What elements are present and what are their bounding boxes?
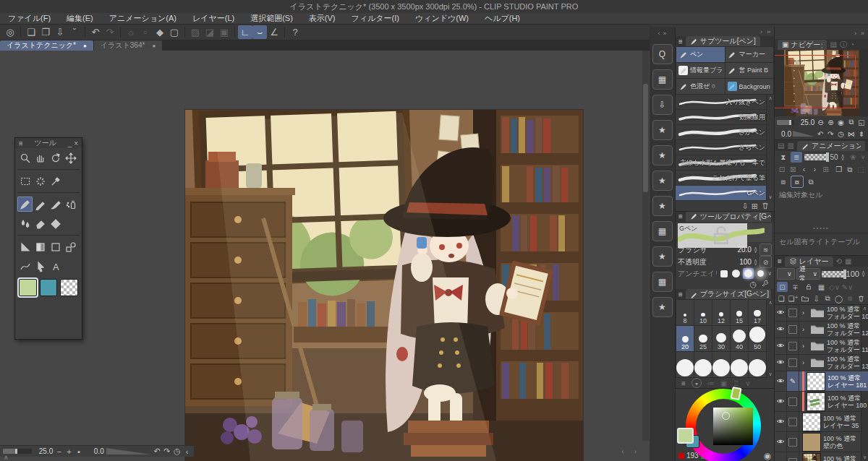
menu-item-3[interactable]: レイヤー(L)	[184, 13, 242, 24]
minimize-icon[interactable]: _	[68, 139, 72, 147]
selection-fade-icon[interactable]: ▣	[217, 25, 231, 39]
edit-target-icon[interactable]: ⧇	[791, 176, 803, 187]
eye-icon[interactable]	[776, 417, 785, 427]
brush-item-3[interactable]: さらペン	[676, 140, 774, 155]
curve-ruler-tool-icon[interactable]	[17, 259, 33, 274]
sub-color-swatch[interactable]	[40, 279, 58, 296]
menu-item-8[interactable]: ヘルプ(H)	[477, 13, 528, 24]
eraser-tool-icon[interactable]	[33, 216, 48, 231]
layer-thumbnail[interactable]	[802, 433, 821, 452]
hue-selector[interactable]	[730, 387, 741, 400]
navigator-thumbnail[interactable]	[775, 50, 868, 116]
layer-visibility-cell[interactable]	[775, 412, 787, 431]
aa-none-option[interactable]	[718, 268, 729, 279]
layer-checkbox[interactable]	[788, 342, 797, 350]
layer-check-cell[interactable]	[787, 452, 799, 461]
chevron-down-icon[interactable]: ∨	[745, 379, 750, 387]
next-cel-icon[interactable]: ›	[810, 164, 819, 175]
create-mask-icon[interactable]: ◯	[834, 293, 843, 303]
selection-launcher-icon[interactable]: ▨	[188, 25, 203, 39]
brush-size-50[interactable]: 50	[749, 326, 766, 351]
chevron-down-icon[interactable]: ∨	[767, 270, 772, 277]
nav-rotate-slider[interactable]	[793, 131, 814, 137]
onion-skin-icon[interactable]: ≣	[791, 152, 801, 163]
undo-icon[interactable]: ↶	[88, 25, 103, 39]
zoom-in-button[interactable]: +	[65, 447, 73, 456]
menu-item-7[interactable]: ウィンドウ(W)	[407, 13, 477, 24]
open-cel-folder-icon[interactable]: ❐	[835, 164, 843, 175]
layer-check-cell[interactable]	[787, 355, 799, 371]
nav-rotate-cw-icon[interactable]: ↷	[826, 129, 835, 139]
transparent-color-swatch[interactable]	[60, 279, 78, 296]
snap-ruler-icon[interactable]: ∟	[238, 25, 252, 39]
scroll-up-arrow[interactable]: ∧	[4, 454, 9, 461]
nav-fit-height-icon[interactable]: ⇟	[857, 129, 866, 139]
layer-row-色ラフ[interactable]: 100 % 通常色ラフ	[775, 452, 868, 461]
new-raster-layer-icon[interactable]: ❏	[777, 293, 786, 303]
favorite-materials-3-icon[interactable]: ★	[652, 171, 673, 191]
layer-checkbox[interactable]	[788, 438, 797, 447]
brush-size-40[interactable]: 40	[731, 326, 748, 351]
eye-icon[interactable]	[776, 308, 785, 318]
panel-menu-icon[interactable]: ≡	[778, 257, 782, 265]
rotate-ccw-button[interactable]: ↶	[153, 447, 161, 456]
add-subtool-icon[interactable]: ⊞	[752, 202, 758, 211]
dock-expand-icon[interactable]: »	[663, 30, 666, 37]
canvas-hscroll-arrows[interactable]: ‹ ›	[622, 448, 642, 455]
pen-tool-icon[interactable]	[17, 197, 33, 212]
blend-mode-combo[interactable]: 通常 ∨	[796, 268, 820, 280]
brush-item-1[interactable]: 効果線用	[676, 110, 774, 125]
layer-opacity-slider[interactable]	[822, 271, 844, 277]
onion-prev-icon[interactable]: ⧗	[778, 152, 788, 163]
expand-arrow-icon[interactable]: ›	[802, 309, 808, 316]
material-tab-icon[interactable]: ◔	[850, 40, 854, 48]
panel-arrow-icon[interactable]: ›	[854, 30, 856, 37]
aa-middle-option[interactable]	[743, 268, 754, 279]
layer-thumbnail[interactable]	[807, 372, 825, 391]
aa-weak-option[interactable]	[731, 268, 741, 279]
copy-cel-icon[interactable]: ⧉	[805, 176, 817, 187]
expand-arrow-icon[interactable]: ›	[802, 359, 808, 366]
panel-menu-icon[interactable]: ≡	[678, 212, 683, 220]
save-file-icon[interactable]: ⇩	[53, 25, 67, 39]
layer-visibility-cell[interactable]	[775, 452, 787, 461]
fill-tool-icon[interactable]	[48, 216, 63, 231]
canvas-vertical-scrollbar[interactable]	[642, 51, 649, 441]
panel-arrows-icon[interactable]: »	[767, 28, 770, 35]
opacity-stepper[interactable]: ∧∨	[754, 259, 757, 265]
layer-row-body[interactable]: 100 % 通常壁の色	[799, 432, 868, 452]
cel-select-icon[interactable]: ⊡	[778, 164, 786, 175]
menu-item-4[interactable]: 選択範囲(S)	[242, 13, 301, 24]
lock-icon[interactable]	[678, 223, 765, 248]
layer-row-フォルダー 11[interactable]: ›100 % 通常フォルダー 11	[775, 338, 868, 355]
wrench-icon[interactable]	[761, 280, 770, 288]
tool-property-panel-tab[interactable]: ≡ ツールプロパティ[Gペン]	[676, 212, 774, 222]
layer-row-レイヤー 35[interactable]: 100 % 通常レイヤー 35	[775, 412, 868, 432]
eye-icon[interactable]	[776, 397, 785, 407]
color-mode-icon[interactable]: ◉	[764, 451, 771, 461]
delete-layer-icon[interactable]	[856, 293, 866, 303]
view-rectangle[interactable]	[775, 55, 856, 108]
cel-tab-icon[interactable]: ▥	[787, 142, 793, 150]
airbrush-tool-icon[interactable]	[63, 197, 78, 212]
nav-reset-rotate-icon[interactable]: ◷	[836, 129, 845, 139]
aa-strong-option[interactable]	[755, 268, 766, 279]
brush-size-20[interactable]: 20	[676, 326, 694, 351]
brush-size-panel-tab[interactable]: ≡ ブラシサイズ[Gペン]	[676, 289, 774, 299]
nav-flip-horizontal-icon[interactable]: ⋈	[847, 129, 856, 139]
brush-size-15[interactable]: 15	[731, 300, 748, 325]
brush-size-30[interactable]: 30	[712, 326, 730, 351]
subtool-item-0[interactable]: ペン	[676, 47, 725, 62]
timeline-tab-icon[interactable]: ▤	[778, 142, 784, 150]
menu-item-0[interactable]: ファイル(F)	[0, 13, 59, 24]
merge-with-lower-icon[interactable]: ⧉	[823, 293, 833, 303]
panel-menu-icon[interactable]: ≡	[678, 38, 683, 46]
main-color-swatch[interactable]	[677, 428, 694, 444]
subtool-item-4[interactable]: 色混ぜ ○	[676, 79, 725, 94]
deselect-icon[interactable]: ▫	[138, 25, 153, 39]
saturation-value-square[interactable]	[713, 408, 753, 445]
layer-row-body[interactable]: 100 % 通常レイヤー 181	[799, 371, 868, 391]
panel-arrow-icon[interactable]: ›	[760, 28, 762, 35]
delete-subtool-icon[interactable]	[761, 202, 770, 210]
slider-view-icon[interactable]: ≔	[707, 379, 715, 387]
